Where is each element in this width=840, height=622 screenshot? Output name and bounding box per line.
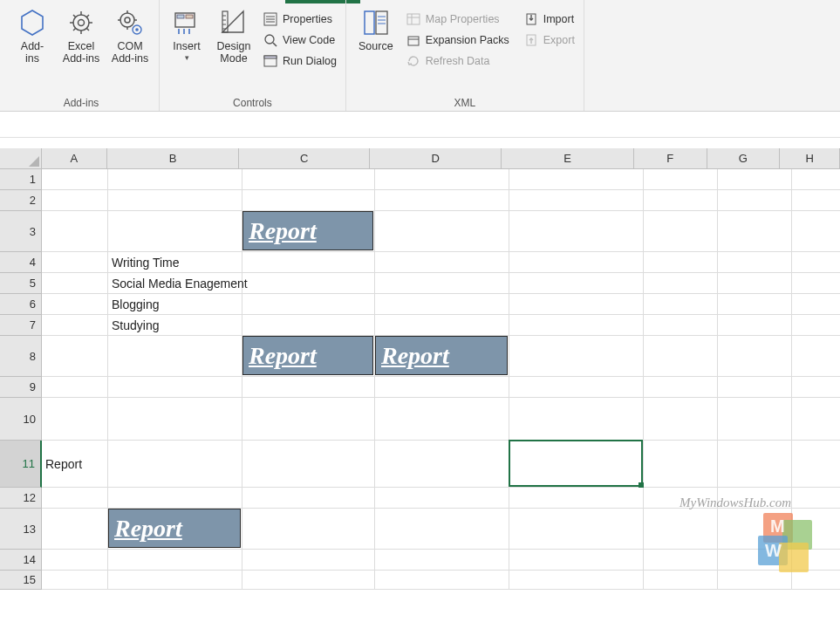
row-header[interactable]: 5 [0,273,42,294]
row-header[interactable]: 3 [0,211,42,252]
properties-button[interactable]: Properties [259,9,340,29]
row-header[interactable]: 9 [0,377,42,398]
cell[interactable] [644,273,718,294]
cell[interactable] [792,336,840,377]
cell[interactable] [42,488,108,509]
row-header[interactable]: 7 [0,315,42,336]
cell[interactable] [509,509,644,550]
cell[interactable] [509,294,644,315]
cell[interactable] [375,273,509,294]
cell[interactable] [242,441,375,488]
cell[interactable] [108,398,242,441]
cell[interactable] [644,571,718,590]
cell[interactable] [242,190,375,211]
report-styled-cell[interactable]: Report [108,509,241,548]
cell[interactable] [509,488,644,509]
cell[interactable] [718,211,792,252]
cell-value[interactable]: Blogging [108,294,242,315]
cell[interactable] [242,315,375,336]
cell[interactable] [375,315,509,336]
cell[interactable] [509,211,644,252]
cell[interactable] [42,190,108,211]
cell[interactable] [42,169,108,190]
cell[interactable] [42,273,108,294]
import-button[interactable]: Import [520,9,578,29]
row-header[interactable]: 4 [0,252,42,273]
cell[interactable] [375,169,509,190]
row-header[interactable]: 15 [0,571,42,590]
cell[interactable] [718,169,792,190]
cell[interactable] [509,169,644,190]
cell[interactable] [242,273,375,294]
cell[interactable] [108,377,242,398]
map-properties-button[interactable]: Map Properties [402,9,513,29]
cell[interactable] [42,398,108,441]
cell[interactable] [42,550,108,571]
column-header[interactable]: A [42,148,107,169]
cell[interactable] [509,377,644,398]
cell[interactable] [718,336,792,377]
cell[interactable] [644,550,718,571]
cell[interactable] [42,509,108,550]
insert-button[interactable]: Insert ▾ [165,3,208,93]
cell[interactable] [108,169,242,190]
cell[interactable] [242,169,375,190]
cell[interactable] [718,571,792,590]
view-code-button[interactable]: View Code [259,30,340,50]
cell[interactable] [792,377,840,398]
cell[interactable] [375,398,509,441]
cell[interactable] [108,550,242,571]
cell[interactable] [108,571,242,590]
column-header[interactable]: H [780,148,840,169]
export-button[interactable]: Export [520,30,578,50]
cell[interactable] [509,190,644,211]
cell[interactable] [644,441,718,488]
row-header[interactable]: 13 [0,509,42,550]
cell[interactable] [792,294,840,315]
addins-button[interactable]: Add-ins [9,3,56,93]
cell[interactable] [375,550,509,571]
cell[interactable] [644,169,718,190]
column-header[interactable]: D [370,148,502,169]
cell[interactable] [375,571,509,590]
cell[interactable] [375,294,509,315]
cell[interactable] [242,509,375,550]
cell[interactable] [792,273,840,294]
column-header[interactable]: F [634,148,707,169]
cell[interactable] [792,190,840,211]
cell[interactable] [242,398,375,441]
cell[interactable] [509,273,644,294]
cell[interactable] [242,488,375,509]
cell-value[interactable]: Studying [108,315,242,336]
cell[interactable] [509,441,644,488]
cell[interactable] [108,336,242,377]
cell[interactable] [375,211,509,252]
cell[interactable] [644,211,718,252]
cell[interactable] [718,315,792,336]
cell[interactable] [42,377,108,398]
cell[interactable] [509,571,644,590]
column-header[interactable]: C [239,148,370,169]
cell[interactable] [375,190,509,211]
cell[interactable] [242,550,375,571]
cell[interactable] [242,252,375,273]
cell-value[interactable]: Writing Time [108,252,242,273]
cell[interactable] [718,398,792,441]
cell[interactable] [375,509,509,550]
cell[interactable] [108,488,242,509]
cell[interactable] [509,252,644,273]
cell[interactable] [42,571,108,590]
column-header[interactable]: B [107,148,240,169]
cell[interactable] [375,377,509,398]
cell[interactable] [108,190,242,211]
cell[interactable] [509,398,644,441]
cell[interactable] [644,377,718,398]
cell[interactable] [375,441,509,488]
cell[interactable] [509,550,644,571]
source-button[interactable]: Source [352,3,400,93]
cell[interactable] [42,211,108,252]
cell[interactable] [718,377,792,398]
expansion-packs-button[interactable]: Expansion Packs [402,30,513,50]
cell[interactable] [718,190,792,211]
cell[interactable] [792,398,840,441]
